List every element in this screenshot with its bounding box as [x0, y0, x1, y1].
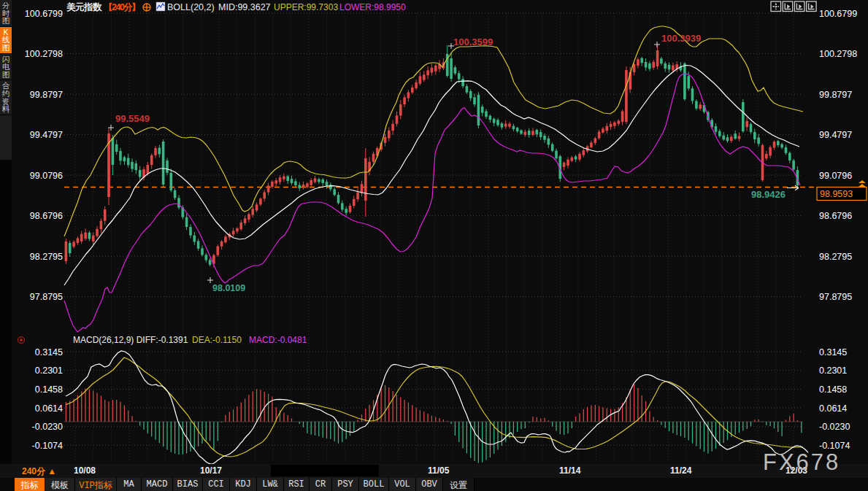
svg-text:0.3145: 0.3145 — [35, 347, 63, 357]
svg-text:99.8797: 99.8797 — [819, 90, 852, 100]
svg-text:100.2798: 100.2798 — [819, 49, 857, 59]
svg-text:LOWER:98.9950: LOWER:98.9950 — [339, 2, 406, 12]
svg-text:-0.0230: -0.0230 — [819, 422, 850, 432]
svg-text:100.6799: 100.6799 — [25, 9, 63, 19]
svg-text:99.0796: 99.0796 — [30, 171, 63, 181]
svg-text:98.9593: 98.9593 — [820, 189, 853, 199]
svg-text:100.6799: 100.6799 — [819, 9, 857, 19]
svg-text:MID:99.3627: MID:99.3627 — [218, 2, 271, 12]
svg-text:99.0796: 99.0796 — [819, 171, 852, 181]
svg-text:99.8797: 99.8797 — [30, 90, 63, 100]
svg-text:0.0614: 0.0614 — [819, 403, 847, 414]
svg-text:100.2798: 100.2798 — [25, 49, 63, 59]
svg-text:98.2795: 98.2795 — [30, 252, 63, 262]
svg-text:MACD(26,12,9) DIFF:-0.1391: MACD(26,12,9) DIFF:-0.1391 — [73, 335, 188, 345]
svg-text:99.4797: 99.4797 — [30, 130, 63, 140]
svg-text:-0.1074: -0.1074 — [32, 441, 63, 451]
svg-text:BOLL(20,2): BOLL(20,2) — [167, 2, 215, 12]
svg-text:0.0614: 0.0614 — [35, 403, 63, 414]
svg-text:-0.0230: -0.0230 — [32, 422, 63, 432]
svg-text:100.3599: 100.3599 — [453, 36, 493, 47]
svg-text:98.9426: 98.9426 — [751, 189, 786, 200]
svg-text:100.3939: 100.3939 — [661, 33, 701, 44]
svg-text:0.3145: 0.3145 — [819, 347, 847, 357]
svg-text:DEA:-0.1150: DEA:-0.1150 — [192, 335, 242, 345]
svg-text:UPPER:99.7303: UPPER:99.7303 — [274, 2, 338, 12]
svg-text:97.8795: 97.8795 — [30, 292, 63, 302]
svg-text:MACD:-0.0481: MACD:-0.0481 — [249, 335, 307, 345]
svg-text:0.2301: 0.2301 — [819, 366, 847, 376]
svg-text:99.4797: 99.4797 — [819, 130, 852, 140]
svg-text:98.6796: 98.6796 — [30, 211, 63, 221]
svg-text:99.5549: 99.5549 — [115, 113, 150, 124]
svg-text:98.0109: 98.0109 — [212, 283, 245, 293]
svg-text:97.8795: 97.8795 — [819, 292, 852, 302]
svg-text:98.2795: 98.2795 — [819, 252, 852, 262]
svg-text:98.6796: 98.6796 — [819, 211, 852, 221]
svg-text:0.2301: 0.2301 — [35, 366, 63, 376]
svg-text:美元指数: 美元指数 — [66, 1, 102, 12]
svg-text:0.1458: 0.1458 — [35, 384, 63, 395]
svg-text:【240分】: 【240分】 — [104, 2, 139, 12]
svg-text:0.1458: 0.1458 — [819, 384, 847, 395]
